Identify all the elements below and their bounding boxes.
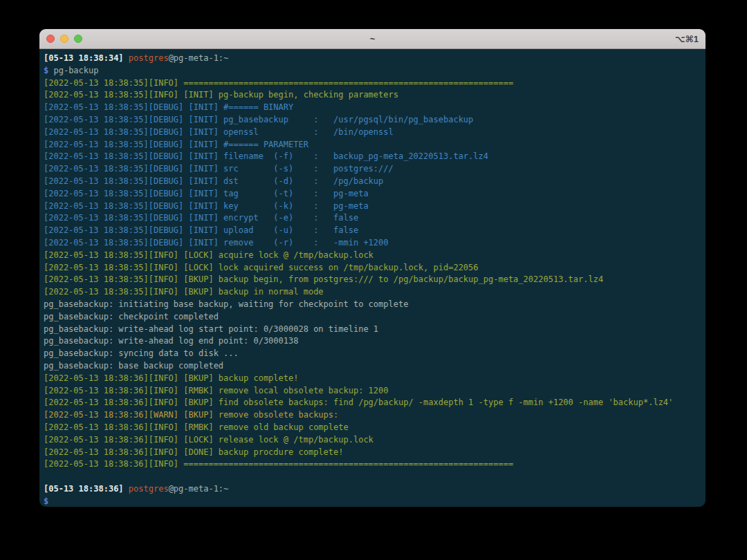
terminal-text-segment: [2022-05-13 18:38:35][DEBUG] [INIT] src … — [44, 164, 394, 174]
terminal-line: [2022-05-13 18:38:36][INFO] [DONE] backu… — [44, 447, 706, 459]
terminal-line: [2022-05-13 18:38:35][INFO] [LOCK] lock … — [44, 262, 706, 274]
terminal-text-segment: [2022-05-13 18:38:36][INFO] [RMBK] remov… — [44, 422, 349, 432]
terminal-text-segment: [2022-05-13 18:38:35][DEBUG] [INIT] key … — [44, 201, 369, 211]
terminal-line: [2022-05-13 18:38:36][INFO] [BKUP] find … — [44, 397, 706, 409]
terminal-text-segment: [2022-05-13 18:38:36][INFO] [BKUP] find … — [44, 398, 673, 407]
terminal-text-segment: [2022-05-13 18:38:35][DEBUG] [INIT] remo… — [44, 238, 389, 248]
desktop-background: ~ ⌥⌘1 [05-13 18:38:34] postgres@pg-meta-… — [0, 0, 747, 560]
terminal-line: [2022-05-13 18:38:35][DEBUG] [INIT] file… — [44, 151, 706, 163]
terminal-line: $ pg-backup — [44, 65, 706, 77]
window-title: ~ — [39, 34, 706, 44]
terminal-text-segment: [05-13 18:38:34] — [44, 53, 129, 63]
terminal-text-segment: [2022-05-13 18:38:36][INFO] ============… — [44, 459, 513, 469]
terminal-output[interactable]: [05-13 18:38:34] postgres@pg-meta-1:~$ p… — [39, 49, 706, 507]
terminal-text-segment: pg_basebackup: base backup completed — [44, 361, 223, 371]
terminal-text-segment: [05-13 18:38:36] — [44, 484, 129, 494]
terminal-line: [2022-05-13 18:38:35][DEBUG] [INIT] tag … — [44, 188, 706, 200]
terminal-text-segment: [2022-05-13 18:38:35][DEBUG] [INIT] #===… — [44, 140, 308, 149]
terminal-line: [2022-05-13 18:38:35][DEBUG] [INIT] dst … — [44, 176, 706, 188]
terminal-line: [05-13 18:38:36] postgres@pg-meta-1:~ — [44, 483, 706, 496]
terminal-text-segment: [2022-05-13 18:38:35][INFO] [LOCK] acqui… — [44, 250, 374, 260]
terminal-line: [2022-05-13 18:38:35][INFO] [BKUP] backu… — [44, 286, 706, 299]
terminal-line: [2022-05-13 18:38:35][DEBUG] [INIT] uplo… — [44, 225, 706, 237]
terminal-line: [2022-05-13 18:38:36][INFO] [RMBK] remov… — [44, 422, 706, 434]
terminal-text-segment: @pg-meta-1:~ — [169, 484, 229, 494]
terminal-line: pg_basebackup: syncing data to disk ... — [44, 348, 706, 360]
terminal-line — [44, 471, 706, 483]
terminal-text-segment: [2022-05-13 18:38:35][INFO] ============… — [44, 78, 513, 88]
terminal-text-segment: [2022-05-13 18:38:35][DEBUG] [INIT] open… — [44, 127, 394, 137]
terminal-text-segment: pg_basebackup: syncing data to disk ... — [44, 348, 239, 358]
terminal-line: [2022-05-13 18:38:35][INFO] [INIT] pg-ba… — [44, 89, 706, 102]
terminal-text-segment: [2022-05-13 18:38:36][INFO] [DONE] backu… — [44, 447, 343, 457]
terminal-text-segment: [2022-05-13 18:38:36][INFO] [BKUP] backu… — [44, 373, 298, 383]
terminal-line: pg_basebackup: write-ahead log end point… — [44, 335, 706, 348]
terminal-line: [2022-05-13 18:38:35][DEBUG] [INIT] remo… — [44, 237, 706, 250]
terminal-line: [2022-05-13 18:38:36][INFO] [RMBK] remov… — [44, 385, 706, 398]
terminal-text-segment: [2022-05-13 18:38:35][DEBUG] [INIT] file… — [44, 151, 488, 161]
terminal-line: [2022-05-13 18:38:36][INFO] [BKUP] backu… — [44, 373, 706, 385]
terminal-text-segment: pg_basebackup: write-ahead log end point… — [44, 336, 298, 346]
title-bar[interactable]: ~ ⌥⌘1 — [39, 29, 706, 49]
terminal-line: pg_basebackup: initiating base backup, w… — [44, 299, 706, 311]
terminal-line: [05-13 18:38:34] postgres@pg-meta-1:~ — [44, 53, 706, 65]
terminal-text-segment: [2022-05-13 18:38:36][INFO] [LOCK] relea… — [44, 435, 374, 445]
terminal-text-segment: [2022-05-13 18:38:35][DEBUG] [INIT] encr… — [44, 213, 358, 223]
terminal-line: [2022-05-13 18:38:35][DEBUG] [INIT] key … — [44, 200, 706, 213]
terminal-line: pg_basebackup: write-ahead log start poi… — [44, 324, 706, 336]
terminal-text-segment: [2022-05-13 18:38:35][INFO] [BKUP] backu… — [44, 287, 324, 297]
terminal-text-segment: [2022-05-13 18:38:35][DEBUG] [INIT] dst … — [44, 176, 383, 186]
terminal-text-segment: @pg-meta-1:~ — [169, 53, 229, 63]
terminal-text-segment: [2022-05-13 18:38:35][DEBUG] [INIT] pg_b… — [44, 115, 473, 124]
terminal-line: [2022-05-13 18:38:35][INFO] [LOCK] acqui… — [44, 250, 706, 262]
minimize-button[interactable] — [60, 35, 68, 43]
terminal-text-segment: postgres — [129, 53, 169, 63]
terminal-line: $ — [44, 496, 706, 507]
terminal-line: pg_basebackup: checkpoint completed — [44, 311, 706, 324]
terminal-text-segment: pg_basebackup: checkpoint completed — [44, 312, 219, 321]
terminal-text-segment: postgres — [129, 484, 169, 494]
terminal-text-segment: [2022-05-13 18:38:36][WARN] [BKUP] remov… — [44, 410, 338, 420]
terminal-text-segment: pg-backup — [48, 66, 98, 75]
terminal-line: [2022-05-13 18:38:36][INFO] [LOCK] relea… — [44, 434, 706, 447]
terminal-line: [2022-05-13 18:38:35][DEBUG] [INIT] open… — [44, 127, 706, 139]
terminal-text-segment: [2022-05-13 18:38:35][INFO] [LOCK] lock … — [44, 263, 479, 272]
close-button[interactable] — [46, 35, 55, 43]
terminal-line: [2022-05-13 18:38:35][DEBUG] [INIT] src … — [44, 163, 706, 176]
keyboard-shortcut-badge: ⌥⌘1 — [675, 34, 699, 44]
terminal-text-segment: [2022-05-13 18:38:35][DEBUG] [INIT] tag … — [44, 189, 369, 198]
terminal-line: [2022-05-13 18:38:35][DEBUG] [INIT] pg_b… — [44, 114, 706, 127]
terminal-line: pg_basebackup: base backup completed — [44, 360, 706, 373]
terminal-line: [2022-05-13 18:38:35][INFO] [BKUP] backu… — [44, 274, 706, 286]
zoom-button[interactable] — [74, 35, 82, 43]
terminal-text-segment: pg_basebackup: initiating base backup, w… — [44, 299, 408, 309]
terminal-text-segment: [2022-05-13 18:38:36][INFO] [RMBK] remov… — [44, 386, 389, 395]
terminal-window: ~ ⌥⌘1 [05-13 18:38:34] postgres@pg-meta-… — [39, 29, 706, 507]
terminal-text-segment: [2022-05-13 18:38:35][INFO] [INIT] pg-ba… — [44, 90, 398, 100]
terminal-text-segment: $ — [44, 496, 48, 506]
terminal-text-segment: [2022-05-13 18:38:35][DEBUG] [INIT] #===… — [44, 102, 293, 112]
terminal-line: [2022-05-13 18:38:35][DEBUG] [INIT] #===… — [44, 102, 706, 114]
terminal-line: [2022-05-13 18:38:36][WARN] [BKUP] remov… — [44, 409, 706, 422]
terminal-line: [2022-05-13 18:38:35][DEBUG] [INIT] encr… — [44, 212, 706, 225]
terminal-text-segment: [2022-05-13 18:38:35][DEBUG] [INIT] uplo… — [44, 225, 358, 235]
terminal-text-segment: pg_basebackup: write-ahead log start poi… — [44, 324, 378, 334]
terminal-text-segment: [2022-05-13 18:38:35][INFO] [BKUP] backu… — [44, 274, 603, 284]
window-controls — [46, 35, 82, 43]
terminal-line: [2022-05-13 18:38:35][DEBUG] [INIT] #===… — [44, 139, 706, 151]
terminal-line: [2022-05-13 18:38:36][INFO] ============… — [44, 458, 706, 471]
terminal-line: [2022-05-13 18:38:35][INFO] ============… — [44, 77, 706, 90]
